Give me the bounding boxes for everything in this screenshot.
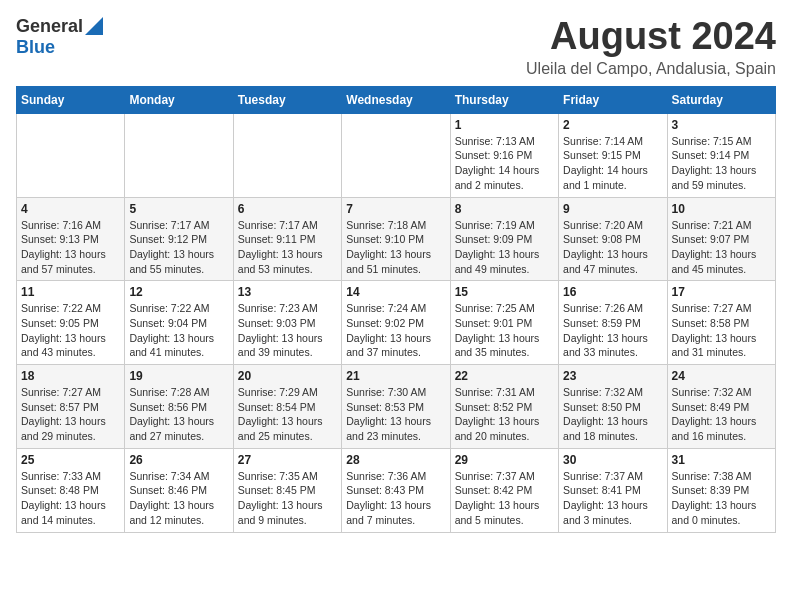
- day-info: Sunrise: 7:24 AM Sunset: 9:02 PM Dayligh…: [346, 301, 445, 360]
- day-info: Sunrise: 7:17 AM Sunset: 9:12 PM Dayligh…: [129, 218, 228, 277]
- day-info: Sunrise: 7:27 AM Sunset: 8:58 PM Dayligh…: [672, 301, 771, 360]
- calendar-cell: 12Sunrise: 7:22 AM Sunset: 9:04 PM Dayli…: [125, 281, 233, 365]
- calendar-cell: [342, 113, 450, 197]
- day-info: Sunrise: 7:14 AM Sunset: 9:15 PM Dayligh…: [563, 134, 662, 193]
- day-info: Sunrise: 7:35 AM Sunset: 8:45 PM Dayligh…: [238, 469, 337, 528]
- day-number: 6: [238, 202, 337, 216]
- day-info: Sunrise: 7:32 AM Sunset: 8:49 PM Dayligh…: [672, 385, 771, 444]
- day-info: Sunrise: 7:16 AM Sunset: 9:13 PM Dayligh…: [21, 218, 120, 277]
- day-number: 22: [455, 369, 554, 383]
- logo-triangle-icon: [85, 17, 103, 35]
- calendar-cell: 6Sunrise: 7:17 AM Sunset: 9:11 PM Daylig…: [233, 197, 341, 281]
- calendar-week-3: 11Sunrise: 7:22 AM Sunset: 9:05 PM Dayli…: [17, 281, 776, 365]
- calendar-week-1: 1Sunrise: 7:13 AM Sunset: 9:16 PM Daylig…: [17, 113, 776, 197]
- calendar-cell: [125, 113, 233, 197]
- day-number: 25: [21, 453, 120, 467]
- day-number: 16: [563, 285, 662, 299]
- page-container: General Blue August 2024 Uleila del Camp…: [16, 16, 776, 533]
- calendar-table: Sunday Monday Tuesday Wednesday Thursday…: [16, 86, 776, 533]
- day-number: 3: [672, 118, 771, 132]
- day-number: 20: [238, 369, 337, 383]
- day-info: Sunrise: 7:33 AM Sunset: 8:48 PM Dayligh…: [21, 469, 120, 528]
- day-number: 9: [563, 202, 662, 216]
- day-number: 26: [129, 453, 228, 467]
- day-info: Sunrise: 7:21 AM Sunset: 9:07 PM Dayligh…: [672, 218, 771, 277]
- col-thursday: Thursday: [450, 86, 558, 113]
- calendar-title: August 2024: [526, 16, 776, 58]
- day-number: 1: [455, 118, 554, 132]
- calendar-week-5: 25Sunrise: 7:33 AM Sunset: 8:48 PM Dayli…: [17, 448, 776, 532]
- calendar-cell: 29Sunrise: 7:37 AM Sunset: 8:42 PM Dayli…: [450, 448, 558, 532]
- calendar-cell: 20Sunrise: 7:29 AM Sunset: 8:54 PM Dayli…: [233, 365, 341, 449]
- day-info: Sunrise: 7:31 AM Sunset: 8:52 PM Dayligh…: [455, 385, 554, 444]
- day-number: 17: [672, 285, 771, 299]
- logo-blue: Blue: [16, 37, 55, 57]
- day-number: 7: [346, 202, 445, 216]
- day-number: 4: [21, 202, 120, 216]
- day-info: Sunrise: 7:20 AM Sunset: 9:08 PM Dayligh…: [563, 218, 662, 277]
- logo: General Blue: [16, 16, 103, 58]
- day-number: 23: [563, 369, 662, 383]
- calendar-cell: 8Sunrise: 7:19 AM Sunset: 9:09 PM Daylig…: [450, 197, 558, 281]
- day-info: Sunrise: 7:37 AM Sunset: 8:41 PM Dayligh…: [563, 469, 662, 528]
- day-info: Sunrise: 7:27 AM Sunset: 8:57 PM Dayligh…: [21, 385, 120, 444]
- day-info: Sunrise: 7:18 AM Sunset: 9:10 PM Dayligh…: [346, 218, 445, 277]
- col-sunday: Sunday: [17, 86, 125, 113]
- calendar-cell: 28Sunrise: 7:36 AM Sunset: 8:43 PM Dayli…: [342, 448, 450, 532]
- day-info: Sunrise: 7:19 AM Sunset: 9:09 PM Dayligh…: [455, 218, 554, 277]
- calendar-cell: 2Sunrise: 7:14 AM Sunset: 9:15 PM Daylig…: [559, 113, 667, 197]
- day-info: Sunrise: 7:26 AM Sunset: 8:59 PM Dayligh…: [563, 301, 662, 360]
- day-number: 10: [672, 202, 771, 216]
- day-info: Sunrise: 7:15 AM Sunset: 9:14 PM Dayligh…: [672, 134, 771, 193]
- day-number: 21: [346, 369, 445, 383]
- calendar-cell: 1Sunrise: 7:13 AM Sunset: 9:16 PM Daylig…: [450, 113, 558, 197]
- day-number: 2: [563, 118, 662, 132]
- day-info: Sunrise: 7:29 AM Sunset: 8:54 PM Dayligh…: [238, 385, 337, 444]
- day-number: 30: [563, 453, 662, 467]
- day-number: 8: [455, 202, 554, 216]
- day-info: Sunrise: 7:22 AM Sunset: 9:04 PM Dayligh…: [129, 301, 228, 360]
- col-friday: Friday: [559, 86, 667, 113]
- day-number: 19: [129, 369, 228, 383]
- calendar-cell: 3Sunrise: 7:15 AM Sunset: 9:14 PM Daylig…: [667, 113, 775, 197]
- day-number: 12: [129, 285, 228, 299]
- header-row: Sunday Monday Tuesday Wednesday Thursday…: [17, 86, 776, 113]
- day-info: Sunrise: 7:30 AM Sunset: 8:53 PM Dayligh…: [346, 385, 445, 444]
- logo-general: General: [16, 16, 83, 37]
- day-number: 5: [129, 202, 228, 216]
- calendar-cell: 7Sunrise: 7:18 AM Sunset: 9:10 PM Daylig…: [342, 197, 450, 281]
- calendar-cell: 13Sunrise: 7:23 AM Sunset: 9:03 PM Dayli…: [233, 281, 341, 365]
- day-number: 24: [672, 369, 771, 383]
- title-area: August 2024 Uleila del Campo, Andalusia,…: [526, 16, 776, 78]
- calendar-cell: 17Sunrise: 7:27 AM Sunset: 8:58 PM Dayli…: [667, 281, 775, 365]
- day-number: 28: [346, 453, 445, 467]
- day-info: Sunrise: 7:32 AM Sunset: 8:50 PM Dayligh…: [563, 385, 662, 444]
- day-number: 31: [672, 453, 771, 467]
- day-info: Sunrise: 7:34 AM Sunset: 8:46 PM Dayligh…: [129, 469, 228, 528]
- header: General Blue August 2024 Uleila del Camp…: [16, 16, 776, 78]
- calendar-cell: 27Sunrise: 7:35 AM Sunset: 8:45 PM Dayli…: [233, 448, 341, 532]
- day-info: Sunrise: 7:37 AM Sunset: 8:42 PM Dayligh…: [455, 469, 554, 528]
- calendar-week-4: 18Sunrise: 7:27 AM Sunset: 8:57 PM Dayli…: [17, 365, 776, 449]
- day-info: Sunrise: 7:23 AM Sunset: 9:03 PM Dayligh…: [238, 301, 337, 360]
- day-info: Sunrise: 7:28 AM Sunset: 8:56 PM Dayligh…: [129, 385, 228, 444]
- col-wednesday: Wednesday: [342, 86, 450, 113]
- calendar-cell: 22Sunrise: 7:31 AM Sunset: 8:52 PM Dayli…: [450, 365, 558, 449]
- day-number: 13: [238, 285, 337, 299]
- day-info: Sunrise: 7:17 AM Sunset: 9:11 PM Dayligh…: [238, 218, 337, 277]
- calendar-cell: 18Sunrise: 7:27 AM Sunset: 8:57 PM Dayli…: [17, 365, 125, 449]
- calendar-cell: 5Sunrise: 7:17 AM Sunset: 9:12 PM Daylig…: [125, 197, 233, 281]
- day-number: 18: [21, 369, 120, 383]
- day-info: Sunrise: 7:36 AM Sunset: 8:43 PM Dayligh…: [346, 469, 445, 528]
- calendar-cell: 19Sunrise: 7:28 AM Sunset: 8:56 PM Dayli…: [125, 365, 233, 449]
- day-number: 29: [455, 453, 554, 467]
- day-info: Sunrise: 7:13 AM Sunset: 9:16 PM Dayligh…: [455, 134, 554, 193]
- calendar-cell: 31Sunrise: 7:38 AM Sunset: 8:39 PM Dayli…: [667, 448, 775, 532]
- calendar-cell: 26Sunrise: 7:34 AM Sunset: 8:46 PM Dayli…: [125, 448, 233, 532]
- calendar-cell: 23Sunrise: 7:32 AM Sunset: 8:50 PM Dayli…: [559, 365, 667, 449]
- calendar-cell: 25Sunrise: 7:33 AM Sunset: 8:48 PM Dayli…: [17, 448, 125, 532]
- calendar-subtitle: Uleila del Campo, Andalusia, Spain: [526, 60, 776, 78]
- calendar-cell: 15Sunrise: 7:25 AM Sunset: 9:01 PM Dayli…: [450, 281, 558, 365]
- day-info: Sunrise: 7:22 AM Sunset: 9:05 PM Dayligh…: [21, 301, 120, 360]
- calendar-cell: 11Sunrise: 7:22 AM Sunset: 9:05 PM Dayli…: [17, 281, 125, 365]
